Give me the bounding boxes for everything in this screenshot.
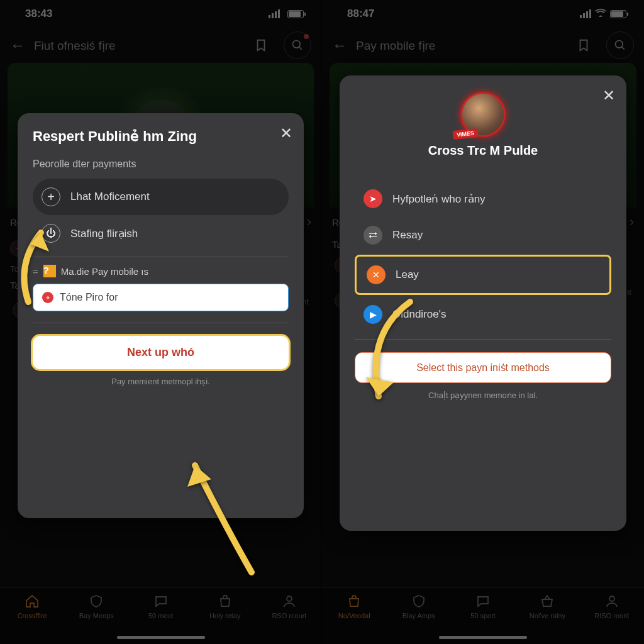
close-icon[interactable]: ✕ xyxy=(602,87,615,104)
arrow-icon: ➤ xyxy=(364,189,382,208)
avatar-ribbon: VIMES xyxy=(452,128,478,140)
left-screenshot: 38:43 ← Fiut ofnesiś fịre Re › ✦ To Ta ✦… xyxy=(0,0,322,644)
highlighted-option: ✕ Leay xyxy=(355,255,611,295)
option-add[interactable]: + Lhat Moficement xyxy=(33,179,289,215)
avatar: VIMES xyxy=(460,92,506,137)
modal-subtitle: Peorolle dter payments xyxy=(33,158,289,170)
close-icon[interactable]: ✕ xyxy=(280,125,292,142)
question-icon: ? xyxy=(43,265,56,277)
select-button[interactable]: Select this payn iniṡt methods xyxy=(355,352,611,383)
modal-title: Respert Publinẻ hm Zing xyxy=(33,128,289,145)
pin-icon: ⌖ xyxy=(42,292,53,303)
option-3[interactable]: ✕ Leay xyxy=(358,258,608,292)
modal-footnote: Chaḷt pạyynen memoṅe in lal. xyxy=(355,391,611,400)
option-4[interactable]: ▶ Oldndiroe's xyxy=(355,296,611,333)
play-icon: ▶ xyxy=(364,305,382,324)
next-button[interactable]: Next up whó xyxy=(33,336,289,369)
option-2[interactable]: ⮂ Resay xyxy=(355,217,611,253)
link-icon: ✕ xyxy=(367,265,386,284)
plus-icon: + xyxy=(42,187,60,206)
modal-footnote: Pay memient metmopl ihṣi. xyxy=(33,377,289,386)
modal-title: Cross Trc M Pulde xyxy=(355,143,611,158)
share-icon: ⮂ xyxy=(364,226,382,245)
payment-modal: ✕ Respert Publinẻ hm Zing Peorolle dter … xyxy=(18,113,304,518)
right-screenshot: 88:47 ← Pay mobile fịre Ro › Ta ✦cyaerg … xyxy=(322,0,644,644)
search-input[interactable]: ⌖ Tóne Piro for xyxy=(33,284,289,311)
power-icon: ⏻ xyxy=(42,224,60,243)
field-label: = ? Ma.die Pay mobile ıs xyxy=(33,265,289,277)
option-1[interactable]: ➤ Hyfpotleṅ who rảny xyxy=(355,180,611,217)
option-power[interactable]: ⏻ Stafing flirạish xyxy=(33,215,289,252)
profile-modal: ✕ VIMES Cross Trc M Pulde ➤ Hyfpotleṅ wh… xyxy=(340,75,626,531)
